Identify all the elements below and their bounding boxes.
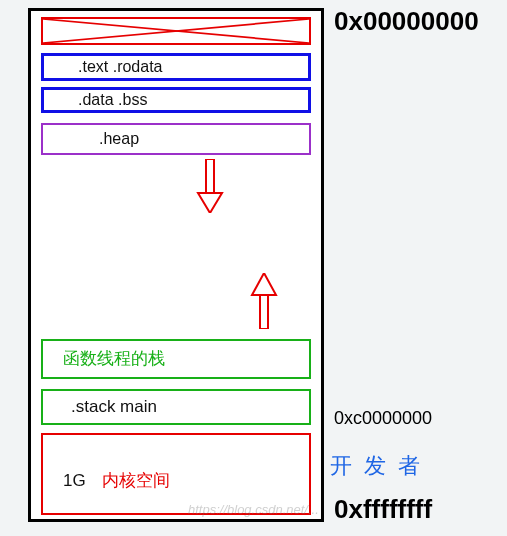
thread-stack-segment: 函数线程的栈: [41, 339, 311, 379]
svg-rect-5: [260, 295, 268, 329]
main-stack-segment: .stack main: [41, 389, 311, 425]
kernel-space-label: 内核空间: [102, 471, 170, 490]
data-bss-segment: .data .bss: [41, 87, 311, 113]
text-rodata-segment: .text .rodata: [41, 53, 311, 81]
stack-grow-up-arrow-icon: [249, 273, 279, 329]
watermark-blog-url: https://blog.csdn.net/...: [188, 502, 319, 517]
address-kernel-start-label: 0xc0000000: [334, 408, 432, 429]
reserved-region: [41, 17, 311, 45]
watermark-line1: 开发者: [330, 453, 432, 478]
svg-marker-4: [252, 273, 276, 295]
heap-segment: .heap: [41, 123, 311, 155]
svg-marker-3: [198, 193, 222, 213]
heap-grow-down-arrow-icon: [195, 159, 225, 213]
address-bottom-label: 0xffffffff: [334, 494, 432, 525]
watermark-brand: 开发者: [330, 452, 432, 481]
address-top-label: 0x00000000: [334, 6, 479, 37]
svg-rect-2: [206, 159, 214, 193]
kernel-size-label: 1G: [63, 471, 86, 490]
memory-layout-diagram: .text .rodata .data .bss .heap 函数线程的栈 .s…: [28, 8, 324, 522]
